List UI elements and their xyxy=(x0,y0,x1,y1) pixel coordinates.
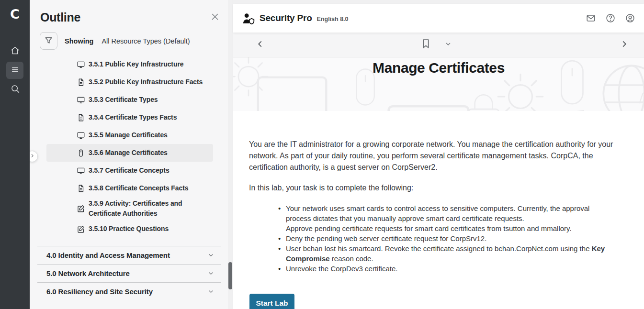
app-window: C Outline Showing All Resource Types (De… xyxy=(0,0,644,309)
task-item: User bchan lost his smartcard. Revoke th… xyxy=(278,243,610,264)
outline-item-label: 3.5.3 Certificate Types xyxy=(89,95,158,105)
resource-filter-row: Showing All Resource Types (Default) xyxy=(40,32,233,50)
outline-item-label: 3.5.7 Certificate Concepts xyxy=(89,166,169,176)
outline-menu-button[interactable] xyxy=(6,62,23,79)
main-area: Security Pro English 8.0 Manage Certific… xyxy=(233,0,644,309)
app-sidebar: C xyxy=(0,0,30,309)
task-item: Unrevoke the CorpDev3 certificate. xyxy=(278,264,610,274)
outline-item[interactable]: 3.5.5 Manage Certificates xyxy=(46,126,213,144)
outline-panel: Outline Showing All Resource Types (Defa… xyxy=(30,0,233,309)
outline-item-label: 3.5.4 Certificate Types Facts xyxy=(89,112,177,122)
start-lab-button[interactable]: Start Lab xyxy=(249,294,294,309)
lesson-toolbar xyxy=(233,33,644,57)
chevron-down-icon xyxy=(207,252,215,259)
outline-item-label: 3.5.5 Manage Certificates xyxy=(89,130,168,140)
document-icon xyxy=(77,113,85,122)
search-button[interactable] xyxy=(6,81,23,98)
outline-item[interactable]: 3.5.7 Certificate Concepts xyxy=(46,162,213,179)
outline-item[interactable]: 3.5.10 Practice Questions xyxy=(46,220,213,238)
close-outline-button[interactable] xyxy=(210,11,220,24)
task-list: Your network uses smart cards to control… xyxy=(278,203,610,274)
bookmark-button[interactable] xyxy=(420,38,432,52)
outline-panel-title: Outline xyxy=(40,11,80,24)
bookmark-menu-button[interactable] xyxy=(444,40,452,50)
next-page-button[interactable] xyxy=(619,39,630,51)
help-icon[interactable] xyxy=(605,13,616,23)
outline-item[interactable]: 3.5.9 Activity: Certificates and Certifi… xyxy=(46,197,213,220)
outline-item-list: 3.5.1 Public Key Infrastructure3.5.2 Pub… xyxy=(30,55,233,238)
outline-item[interactable]: 3.5.1 Public Key Infrastructure xyxy=(46,55,213,73)
outline-section-list: 4.0 Identity and Access Management5.0 Ne… xyxy=(37,246,221,300)
task-item: Deny the pending web server certificate … xyxy=(278,233,610,243)
mail-icon[interactable] xyxy=(586,13,596,23)
resource-filter-value: All Resource Types (Default) xyxy=(102,37,190,45)
outline-section-label: 6.0 Resiliency and Site Security xyxy=(46,287,153,296)
account-icon[interactable] xyxy=(625,13,635,23)
outline-item-label: 3.5.6 Manage Certificates xyxy=(89,148,168,158)
monitor-icon xyxy=(77,166,85,175)
product-header: Security Pro English 8.0 xyxy=(233,4,644,33)
top-strip xyxy=(233,0,644,4)
outline-item-label: 3.5.10 Practice Questions xyxy=(89,224,169,234)
chevron-left-icon xyxy=(255,39,265,51)
chevron-down-icon xyxy=(207,270,215,277)
filter-button[interactable] xyxy=(40,32,57,50)
menu-icon xyxy=(10,65,20,77)
edit-icon xyxy=(77,204,85,213)
chevron-down-icon xyxy=(444,40,452,50)
outline-scrollbar[interactable] xyxy=(228,0,233,309)
outline-section-header[interactable]: 6.0 Resiliency and Site Security xyxy=(37,282,221,300)
outline-item-label: 3.5.2 Public Key Infrastructure Facts xyxy=(89,77,203,87)
outline-scrollbar-thumb[interactable] xyxy=(228,262,232,289)
outline-item[interactable]: 3.5.3 Certificate Types xyxy=(46,91,213,109)
document-icon xyxy=(77,184,85,193)
edit-icon xyxy=(77,225,85,233)
bookmark-icon xyxy=(420,38,432,52)
monitor-icon xyxy=(77,131,85,140)
chevron-right-icon xyxy=(30,152,35,161)
windows-watermark-icon xyxy=(540,101,592,111)
monitor-icon xyxy=(77,60,85,69)
task-heading: In this lab, your task is to complete th… xyxy=(249,184,644,192)
product-title: Security Pro xyxy=(260,13,312,23)
outline-section-header[interactable]: 5.0 Network Architecture xyxy=(37,264,221,282)
outline-item[interactable]: 3.5.2 Public Key Infrastructure Facts xyxy=(46,73,213,91)
scenario-paragraph: You are the IT administrator for a growi… xyxy=(249,139,624,173)
outline-section-label: 4.0 Identity and Access Management xyxy=(46,251,170,259)
app-logo: C xyxy=(10,7,20,22)
page-title: Manage Certificates xyxy=(233,60,644,76)
home-icon xyxy=(10,45,20,57)
mouse-icon xyxy=(77,149,85,157)
outline-item[interactable]: 3.5.8 Certificate Concepts Facts xyxy=(46,179,213,197)
outline-item[interactable]: 3.5.4 Certificate Types Facts xyxy=(46,109,213,126)
outline-item-label: 3.5.9 Activity: Certificates and Certifi… xyxy=(89,199,209,219)
chevron-right-icon xyxy=(619,39,630,51)
lesson-banner: Manage Certificates xyxy=(233,57,644,111)
outline-item[interactable]: 3.5.6 Manage Certificates xyxy=(46,144,213,162)
search-icon xyxy=(10,84,20,96)
lab-description: You are the IT administrator for a growi… xyxy=(233,111,644,309)
close-icon xyxy=(210,11,220,24)
security-person-icon xyxy=(242,12,255,25)
outline-item-label: 3.5.8 Certificate Concepts Facts xyxy=(89,183,188,193)
filter-icon xyxy=(44,36,53,46)
product-edition: English 8.0 xyxy=(317,16,349,22)
chevron-down-icon xyxy=(207,288,215,295)
previous-page-button[interactable] xyxy=(255,39,265,51)
home-button[interactable] xyxy=(6,43,23,60)
showing-label: Showing xyxy=(65,37,93,45)
outline-section-label: 5.0 Network Architecture xyxy=(46,269,130,277)
outline-item-label: 3.5.1 Public Key Infrastructure xyxy=(89,59,183,69)
task-item: Your network uses smart cards to control… xyxy=(278,203,610,233)
outline-section-header[interactable]: 4.0 Identity and Access Management xyxy=(37,246,221,264)
document-icon xyxy=(77,78,85,87)
monitor-icon xyxy=(77,96,85,104)
